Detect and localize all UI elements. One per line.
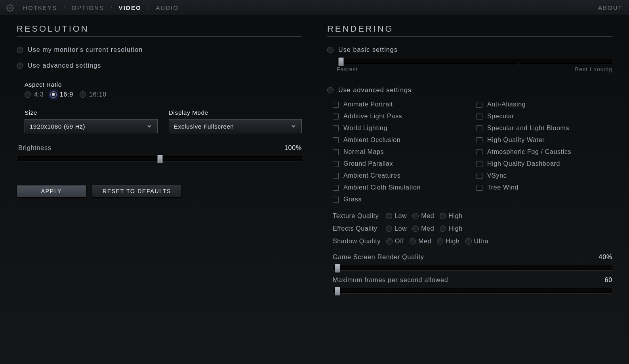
tab-options[interactable]: OPTIONS	[69, 4, 107, 11]
render-checkbox-grid: Animate PortraitAnti-AliasingAdditive Li…	[333, 101, 612, 203]
slider-handle[interactable]	[157, 155, 163, 163]
quality-option-med[interactable]: Med	[412, 212, 434, 220]
option-label: Med	[421, 212, 434, 220]
max-fps-slider[interactable]	[333, 288, 612, 293]
radio-icon	[327, 87, 334, 93]
quality-option-low[interactable]: Low	[386, 212, 407, 220]
tab-video[interactable]: VIDEO	[116, 4, 145, 11]
checkbox-label: Ground Parallax	[343, 160, 393, 167]
checkbox-icon	[477, 149, 482, 155]
checkbox-additive-light-pass[interactable]: Additive Light Pass	[333, 113, 469, 120]
quality-option-off[interactable]: Off	[386, 238, 404, 245]
checkbox-specular-and-light-blooms[interactable]: Specular and Light Blooms	[477, 125, 612, 132]
settings-content: RESOLUTION Use my monitor's current reso…	[0, 16, 629, 364]
render-quality-block: Game Screen Render Quality 40%	[333, 254, 612, 270]
quality-option-low[interactable]: Low	[386, 225, 407, 232]
radio-icon	[80, 91, 86, 98]
size-label: Size	[25, 109, 158, 116]
radio-label: Use advanced settings	[338, 87, 412, 94]
aspect-ratio-options: 4:3 16:9 16:10	[25, 91, 302, 98]
quality-row-effects-quality: Effects QualityLowMedHigh	[333, 225, 612, 232]
radio-label: Use basic settings	[338, 46, 398, 53]
brightness-value: 100%	[284, 144, 302, 152]
aspect-4-3[interactable]: 4:3	[25, 91, 44, 98]
rendering-advanced-group: Animate PortraitAnti-AliasingAdditive Li…	[327, 101, 612, 293]
quality-option-med[interactable]: Med	[412, 225, 434, 232]
aspect-label: 16:9	[60, 91, 73, 98]
resolution-option-monitor[interactable]: Use my monitor's current resolution	[17, 46, 302, 53]
option-label: High	[446, 238, 459, 245]
checkbox-label: High Quality Water	[487, 136, 545, 144]
checkbox-icon	[477, 114, 482, 119]
checkbox-ambient-cloth-simulation[interactable]: Ambient Cloth Simulation	[333, 184, 469, 191]
slider-handle[interactable]	[335, 264, 340, 273]
aspect-16-9[interactable]: 16:9	[50, 91, 73, 98]
checkbox-high-quality-water[interactable]: High Quality Water	[477, 136, 612, 144]
checkbox-high-quality-dashboard[interactable]: High Quality Dashboard	[477, 160, 612, 167]
basic-slider-label-best: Best Looking	[575, 66, 612, 72]
apply-button[interactable]: APPLY	[17, 185, 86, 197]
quality-option-high[interactable]: High	[437, 238, 459, 245]
resolution-option-advanced[interactable]: Use advanced settings	[17, 62, 302, 69]
checkbox-icon	[477, 185, 482, 191]
rendering-option-basic[interactable]: Use basic settings	[327, 46, 612, 53]
checkbox-world-lighting[interactable]: World Lighting	[333, 125, 469, 132]
render-quality-slider[interactable]	[333, 265, 612, 270]
tab-separator: /	[145, 4, 153, 11]
slider-handle[interactable]	[338, 57, 344, 66]
nav-tabs: HOTKEYS / OPTIONS / VIDEO / AUDIO	[20, 4, 182, 11]
settings-gear-icon[interactable]	[6, 4, 14, 12]
radio-icon	[437, 238, 443, 245]
about-link[interactable]: ABOUT	[598, 4, 623, 11]
resolution-panel: RESOLUTION Use my monitor's current reso…	[4, 24, 314, 364]
checkbox-icon	[333, 149, 339, 155]
checkbox-tree-wind[interactable]: Tree Wind	[477, 184, 612, 191]
quality-option-ultra[interactable]: Ultra	[465, 238, 489, 245]
quality-option-high[interactable]: High	[440, 225, 462, 232]
quality-option-med[interactable]: Med	[410, 238, 431, 245]
aspect-16-10[interactable]: 16:10	[80, 91, 107, 98]
checkbox-icon	[333, 197, 339, 203]
checkbox-ground-parallax[interactable]: Ground Parallax	[333, 160, 469, 167]
radio-icon	[25, 91, 31, 98]
checkbox-atmospheric-fog-caustics[interactable]: Atmospheric Fog / Caustics	[477, 148, 612, 155]
button-row: APPLY RESET TO DEFAULTS	[17, 185, 302, 197]
max-fps-value: 60	[605, 277, 612, 284]
checkbox-normal-maps[interactable]: Normal Maps	[333, 148, 469, 155]
checkbox-label: Ambient Creatures	[343, 172, 400, 179]
checkbox-ambient-occlusion[interactable]: Ambient Occlusion	[333, 136, 469, 144]
checkbox-label: Normal Maps	[343, 148, 384, 155]
radio-icon	[412, 213, 419, 219]
checkbox-specular[interactable]: Specular	[477, 113, 612, 120]
slider-handle[interactable]	[335, 287, 340, 296]
checkbox-icon	[333, 125, 339, 131]
checkbox-icon	[333, 185, 339, 191]
option-label: Med	[421, 225, 434, 232]
checkbox-label: Animate Portrait	[343, 101, 393, 108]
quality-option-high[interactable]: High	[440, 212, 462, 220]
max-fps-block: Maximum frames per second allowed 60	[333, 277, 612, 293]
rendering-title: RENDERING	[327, 24, 612, 37]
checkbox-animate-portrait[interactable]: Animate Portrait	[333, 101, 469, 108]
reset-defaults-button[interactable]: RESET TO DEFAULTS	[92, 185, 182, 197]
rendering-option-advanced[interactable]: Use advanced settings	[327, 87, 612, 94]
checkbox-label: Ambient Cloth Simulation	[343, 184, 421, 191]
display-mode-dropdown[interactable]: Exclusive Fullscreen	[169, 119, 302, 133]
brightness-slider[interactable]	[18, 156, 302, 161]
size-dropdown[interactable]: 1920x1080 (59 Hz)	[25, 119, 158, 133]
option-label: Off	[395, 238, 404, 245]
checkbox-grass[interactable]: Grass	[333, 196, 469, 203]
checkbox-icon	[333, 161, 339, 167]
tab-audio[interactable]: AUDIO	[152, 4, 182, 11]
basic-quality-slider[interactable]: Fastest Best Looking	[327, 59, 612, 72]
checkbox-vsync[interactable]: VSync	[477, 172, 612, 179]
chevron-down-icon	[146, 123, 152, 129]
tab-hotkeys[interactable]: HOTKEYS	[20, 4, 60, 11]
checkbox-label: VSync	[487, 172, 507, 179]
checkbox-icon	[477, 137, 482, 143]
checkbox-ambient-creatures[interactable]: Ambient Creatures	[333, 172, 469, 179]
checkbox-icon	[333, 102, 339, 108]
option-label: Ultra	[474, 238, 489, 245]
checkbox-anti-aliasing[interactable]: Anti-Aliasing	[477, 101, 612, 108]
checkbox-label: Specular and Light Blooms	[487, 125, 569, 132]
